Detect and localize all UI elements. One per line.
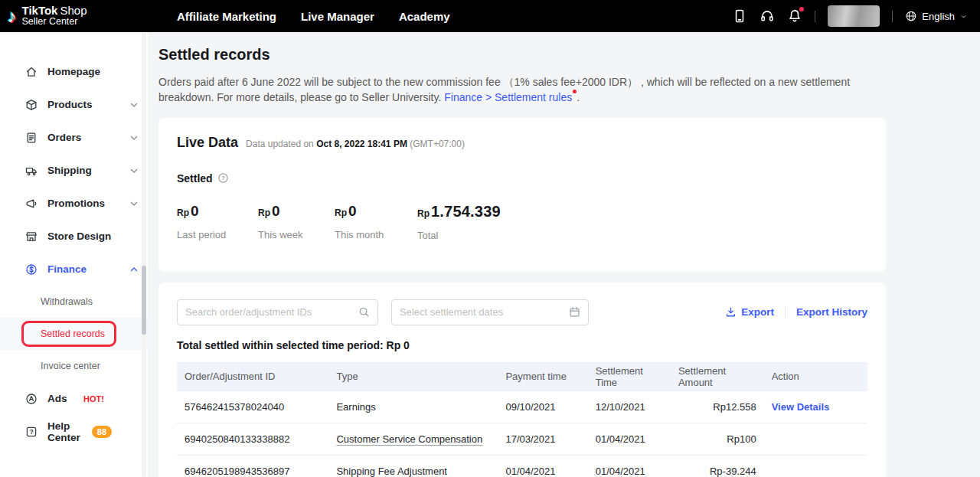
mobile-app-icon[interactable] [732,8,747,24]
help-count-badge: 88 [92,426,112,438]
question-circle-icon[interactable]: ? [217,172,229,184]
col-order-adjustment-id: Order/Adjustment ID [177,362,328,391]
cell-type[interactable]: Customer Service Compensation [336,433,482,445]
sidebar-subitem-invoice-center[interactable]: Invoice center [0,350,148,382]
sidebar-item-ads[interactable]: Ads HOT! [0,382,148,415]
cell-payment-time: 17/03/2021 [498,423,587,456]
stat-total: Rp1.754.339 Total [417,203,501,241]
products-box-icon [25,99,38,111]
export-button[interactable]: Export [725,306,774,318]
notification-red-dot [799,7,804,11]
order-search-box [177,299,378,325]
sidebar-item-products[interactable]: Products [0,88,148,121]
search-input[interactable] [185,306,358,318]
stat-this-week: Rp0 This week [258,203,335,241]
view-details-link[interactable]: View Details [772,401,830,413]
sidebar-item-finance[interactable]: Finance [0,253,148,286]
settled-records-table: Order/Adjustment ID Type Payment time Se… [177,362,867,477]
chevron-down-icon [129,133,139,142]
commission-notice: Orders paid after 6 June 2022 will be su… [158,74,886,106]
total-settled-value: Rp 0 [387,339,410,351]
sidebar-item-orders[interactable]: Orders [0,121,148,154]
cell-settlement-time: 01/04/2021 [588,423,671,456]
shipping-truck-icon [25,165,38,177]
sidebar-subitem-settled-records[interactable]: Settled records [0,318,148,350]
cell-payment-time: 09/10/2021 [498,391,587,423]
logo-title: TikTok [22,4,58,17]
search-icon[interactable] [358,306,370,318]
user-avatar[interactable] [828,5,880,27]
col-settlement-amount: Settlement Amount [671,362,764,391]
hot-badge: HOT! [83,394,104,403]
ads-icon [25,393,38,405]
table-row: 6940250840133338882 Customer Service Com… [177,423,867,456]
data-updated-text: Data updated on Oct 8, 2022 18:41 PM (GM… [246,139,465,149]
orders-document-icon [25,132,38,144]
sidebar-item-shipping[interactable]: Shipping [0,154,148,187]
col-settlement-time: Settlement Time [588,362,671,391]
top-navbar: ♪ TikTokShop Seller Center Affiliate Mar… [0,0,980,32]
sidebar-item-help-center[interactable]: ? Help Center 88 [0,415,148,448]
sidebar-item-store-design[interactable]: Store Design [0,220,148,253]
chevron-down-icon [959,12,968,21]
cell-payment-time: 01/04/2021 [498,456,587,477]
settled-records-card: Export Export History Total settled with… [158,283,886,477]
notice-period: . [577,91,580,103]
settled-stats: Rp0 Last period Rp0 This week Rp0 This m… [177,203,867,241]
cell-settlement-amount: Rp12.558 [671,391,764,423]
stat-last-period: Rp0 Last period [177,203,258,241]
export-history-button[interactable]: Export History [796,306,867,318]
settled-section-label: Settled [177,172,213,185]
table-header-row: Order/Adjustment ID Type Payment time Se… [177,362,867,391]
bell-notification-icon[interactable] [787,8,802,24]
divider [815,11,815,22]
promotions-megaphone-icon [25,198,38,210]
home-icon [25,66,38,78]
nav-item-affiliate-marketing[interactable]: Affiliate Marketing [177,10,276,23]
help-center-icon: ? [25,426,38,438]
notice-separator: > [482,91,495,103]
divider [892,11,893,22]
cell-action [764,456,867,477]
cell-order-id: 576462415378024040 [177,391,328,423]
sidebar-item-homepage[interactable]: Homepage [0,55,148,88]
sidebar-scrollbar-thumb[interactable] [142,266,146,335]
navbar-right: English [732,5,968,27]
live-data-card: Live Data Data updated on Oct 8, 2022 18… [158,118,886,272]
nav-item-live-manager[interactable]: Live Manager [301,10,374,23]
primary-nav: Affiliate Marketing Live Manager Academy [177,10,450,23]
chevron-down-icon [129,100,139,109]
language-selector[interactable]: English [905,10,968,22]
cell-order-id: 6940250840133338882 [177,423,328,456]
logo-text: TikTokShop Seller Center [22,5,87,28]
page-title: Settled records [158,46,980,64]
language-label: English [922,11,955,22]
sidebar-item-promotions[interactable]: Promotions [0,187,148,220]
finance-link[interactable]: Finance [444,91,482,103]
updated-timestamp: Oct 8, 2022 18:41 PM [316,139,407,149]
tiktok-note-icon: ♪ [8,8,17,25]
stat-this-month: Rp0 This month [335,203,417,241]
sidebar: Homepage Products Orders Shipping Promot… [0,32,148,477]
table-row: 6946205198943536897 Shipping Fee Adjustm… [177,456,867,477]
nav-item-academy[interactable]: Academy [399,10,450,23]
logo-subtitle: Seller Center [22,17,87,28]
settlement-dates-input[interactable] [400,306,569,318]
col-action: Action [764,362,867,391]
cell-settlement-time: 12/10/2021 [588,391,671,423]
cell-settlement-amount: Rp100 [671,423,764,456]
total-settled-line: Total settled within selected time perio… [177,339,867,351]
sidebar-subitem-withdrawals[interactable]: Withdrawals [0,286,148,318]
download-icon [725,306,737,318]
cell-settlement-amount: Rp-39.244 [671,456,764,477]
store-design-icon [25,230,38,243]
headset-support-icon[interactable] [760,8,775,24]
cell-type[interactable]: Shipping Fee Adjustment [336,466,447,477]
sidebar-scrollbar-track[interactable] [142,32,146,477]
settlement-rules-link[interactable]: Settlement rules [495,91,572,103]
calendar-icon[interactable] [569,306,580,318]
settlement-date-box [391,299,589,325]
tiktok-shop-logo[interactable]: ♪ TikTokShop Seller Center [8,5,165,28]
divider [785,307,786,318]
chevron-up-icon [129,265,139,274]
